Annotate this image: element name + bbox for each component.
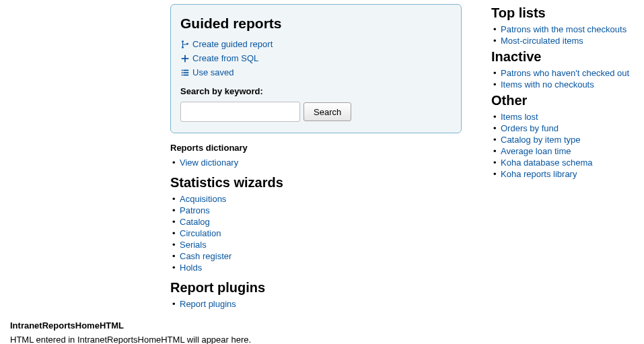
inactive-heading: Inactive bbox=[491, 49, 644, 65]
items-lost-link[interactable]: Items lost bbox=[501, 112, 538, 122]
list-item: Items lost bbox=[501, 111, 644, 123]
inactive-list: Patrons who haven't checked out Items wi… bbox=[491, 67, 644, 90]
top-lists-heading: Top lists bbox=[491, 5, 644, 21]
orders-by-fund-link[interactable]: Orders by fund bbox=[501, 123, 559, 133]
statistics-wizards-heading: Statistics wizards bbox=[170, 175, 462, 191]
create-from-sql-link[interactable]: Create from SQL bbox=[180, 51, 452, 65]
other-list: Items lost Orders by fund Catalog by ite… bbox=[491, 111, 644, 180]
list-item: Catalog by item type bbox=[501, 134, 644, 145]
serials-link[interactable]: Serials bbox=[180, 240, 207, 250]
reports-dictionary-heading: Reports dictionary bbox=[170, 143, 462, 153]
list-item: Serials bbox=[180, 239, 462, 250]
svg-rect-7 bbox=[182, 72, 183, 73]
list-item: Catalog bbox=[180, 216, 462, 228]
create-guided-report-label: Create guided report bbox=[192, 39, 273, 49]
intranet-reports-home-html-text: HTML entered in IntranetReportsHomeHTML … bbox=[10, 335, 644, 344]
koha-db-schema-link[interactable]: Koha database schema bbox=[501, 158, 593, 168]
list-item: Patrons bbox=[180, 205, 462, 216]
guided-reports-panel: Guided reports Create guided report Crea… bbox=[170, 4, 462, 133]
intranet-reports-home-html-heading: IntranetReportsHomeHTML bbox=[10, 320, 644, 331]
svg-point-0 bbox=[182, 40, 184, 42]
list-item: Orders by fund bbox=[501, 123, 644, 134]
svg-rect-10 bbox=[183, 74, 188, 75]
svg-rect-5 bbox=[182, 69, 183, 71]
list-icon bbox=[180, 68, 190, 77]
list-item: Circulation bbox=[180, 228, 462, 239]
list-item: Koha reports library bbox=[501, 168, 644, 180]
list-item: Patrons who haven't checked out bbox=[501, 67, 644, 79]
search-input[interactable] bbox=[180, 102, 300, 122]
patrons-no-checkout-link[interactable]: Patrons who haven't checked out bbox=[501, 68, 629, 78]
svg-rect-9 bbox=[182, 74, 183, 75]
report-plugins-heading: Report plugins bbox=[170, 280, 462, 296]
svg-point-1 bbox=[182, 46, 184, 48]
search-by-keyword-label: Search by keyword: bbox=[180, 86, 452, 96]
svg-rect-4 bbox=[182, 58, 189, 59]
items-no-checkouts-link[interactable]: Items with no checkouts bbox=[501, 79, 594, 90]
list-item: Most-circulated items bbox=[501, 35, 644, 46]
other-heading: Other bbox=[491, 93, 644, 108]
intranet-reports-home-html-block: IntranetReportsHomeHTML HTML entered in … bbox=[0, 320, 644, 344]
create-from-sql-label: Create from SQL bbox=[192, 53, 258, 63]
list-item: Report plugins bbox=[180, 298, 462, 310]
catalog-by-item-type-link[interactable]: Catalog by item type bbox=[501, 135, 581, 145]
guided-reports-title: Guided reports bbox=[180, 15, 452, 32]
patrons-most-checkouts-link[interactable]: Patrons with the most checkouts bbox=[501, 24, 627, 34]
most-circulated-items-link[interactable]: Most-circulated items bbox=[501, 36, 583, 46]
list-item: Average loan time bbox=[501, 145, 644, 157]
list-item: Koha database schema bbox=[501, 157, 644, 168]
holds-link[interactable]: Holds bbox=[180, 263, 202, 273]
catalog-link[interactable]: Catalog bbox=[180, 217, 210, 227]
list-item: Holds bbox=[180, 262, 462, 273]
reports-dictionary-list: View dictionary bbox=[170, 157, 462, 168]
svg-rect-6 bbox=[183, 69, 188, 71]
view-dictionary-link[interactable]: View dictionary bbox=[180, 158, 238, 168]
acquisitions-link[interactable]: Acquisitions bbox=[180, 194, 226, 204]
statistics-wizards-list: Acquisitions Patrons Catalog Circulation… bbox=[170, 193, 462, 273]
use-saved-label: Use saved bbox=[192, 67, 234, 77]
use-saved-link[interactable]: Use saved bbox=[180, 65, 452, 79]
search-button[interactable]: Search bbox=[303, 102, 351, 121]
svg-rect-8 bbox=[183, 72, 188, 73]
list-item: Patrons with the most checkouts bbox=[501, 24, 644, 35]
patrons-link[interactable]: Patrons bbox=[180, 205, 210, 215]
list-item: Cash register bbox=[180, 250, 462, 262]
branch-icon bbox=[180, 40, 190, 49]
report-plugins-list: Report plugins bbox=[170, 298, 462, 310]
list-item: View dictionary bbox=[180, 157, 462, 168]
circulation-link[interactable]: Circulation bbox=[180, 228, 221, 238]
plus-icon bbox=[180, 54, 190, 63]
koha-reports-library-link[interactable]: Koha reports library bbox=[501, 169, 577, 179]
average-loan-time-link[interactable]: Average loan time bbox=[501, 146, 571, 156]
top-lists-list: Patrons with the most checkouts Most-cir… bbox=[491, 24, 644, 46]
list-item: Acquisitions bbox=[180, 193, 462, 205]
create-guided-report-link[interactable]: Create guided report bbox=[180, 37, 452, 51]
list-item: Items with no checkouts bbox=[501, 79, 644, 90]
cash-register-link[interactable]: Cash register bbox=[180, 251, 231, 261]
report-plugins-link[interactable]: Report plugins bbox=[180, 299, 236, 309]
